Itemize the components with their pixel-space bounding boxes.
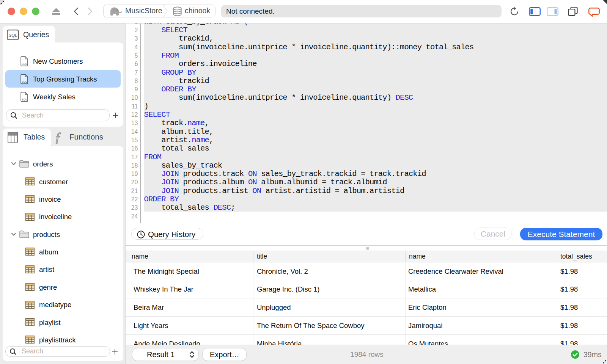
svg-text:SQL: SQL (22, 62, 27, 66)
svg-text:SQL: SQL (22, 98, 27, 101)
svg-text:SQL: SQL (8, 33, 17, 38)
svg-text:SQL: SQL (22, 80, 27, 83)
